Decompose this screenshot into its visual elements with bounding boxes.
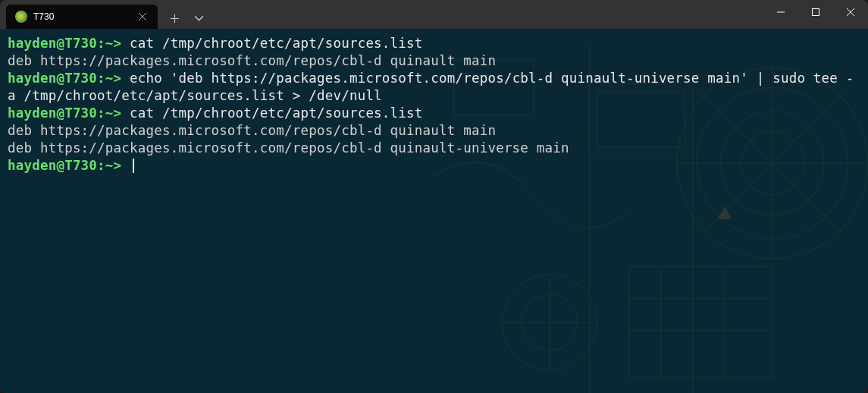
- svg-point-19: [522, 294, 577, 350]
- output-text: deb https://packages.microsoft.com/repos…: [8, 140, 569, 156]
- minimize-button[interactable]: [763, 0, 798, 24]
- command-text: cat /tmp/chroot/etc/apt/sources.list: [121, 105, 422, 121]
- window-controls: [763, 0, 868, 24]
- titlebar: T730: [0, 0, 868, 29]
- output-text: deb https://packages.microsoft.com/repos…: [8, 123, 496, 138]
- terminal-command-line: hayden@T730:~>: [8, 157, 860, 174]
- tab-dropdown-button[interactable]: [188, 8, 209, 29]
- svg-point-18: [502, 275, 597, 370]
- terminal-output-line: deb https://packages.microsoft.com/repos…: [8, 52, 860, 70]
- command-text: echo 'deb https://packages.microsoft.com…: [8, 71, 854, 103]
- maximize-button[interactable]: [798, 0, 833, 24]
- terminal-command-line: hayden@T730:~> echo 'deb https://package…: [8, 70, 860, 105]
- terminal-content[interactable]: hayden@T730:~> cat /tmp/chroot/etc/apt/s…: [0, 29, 868, 393]
- svg-rect-13: [629, 266, 772, 378]
- terminal-output: hayden@T730:~> cat /tmp/chroot/etc/apt/s…: [8, 35, 860, 174]
- close-tab-icon[interactable]: [136, 11, 149, 23]
- shell-prompt: hayden@T730:~>: [8, 105, 121, 121]
- command-text: [121, 158, 130, 173]
- svg-rect-0: [813, 9, 819, 16]
- command-text: cat /tmp/chroot/etc/apt/sources.list: [121, 36, 422, 51]
- tab-title: T730: [33, 11, 130, 22]
- shell-prompt: hayden@T730:~>: [8, 71, 121, 86]
- tab-active[interactable]: T730: [6, 5, 158, 29]
- tabs-area: T730: [0, 0, 209, 29]
- terminal-output-line: deb https://packages.microsoft.com/repos…: [8, 122, 860, 140]
- shell-prompt: hayden@T730:~>: [8, 158, 121, 173]
- terminal-command-line: hayden@T730:~> cat /tmp/chroot/etc/apt/s…: [8, 35, 860, 52]
- opensuse-icon: [15, 11, 27, 23]
- tab-actions: [164, 8, 209, 29]
- terminal-output-line: deb https://packages.microsoft.com/repos…: [8, 140, 860, 157]
- svg-marker-24: [719, 207, 732, 219]
- close-button[interactable]: [833, 0, 868, 24]
- output-text: deb https://packages.microsoft.com/repos…: [8, 53, 496, 68]
- cursor: [133, 159, 134, 173]
- new-tab-button[interactable]: [164, 8, 185, 29]
- terminal-window: T730: [0, 0, 868, 393]
- terminal-command-line: hayden@T730:~> cat /tmp/chroot/etc/apt/s…: [8, 105, 860, 122]
- shell-prompt: hayden@T730:~>: [8, 36, 121, 51]
